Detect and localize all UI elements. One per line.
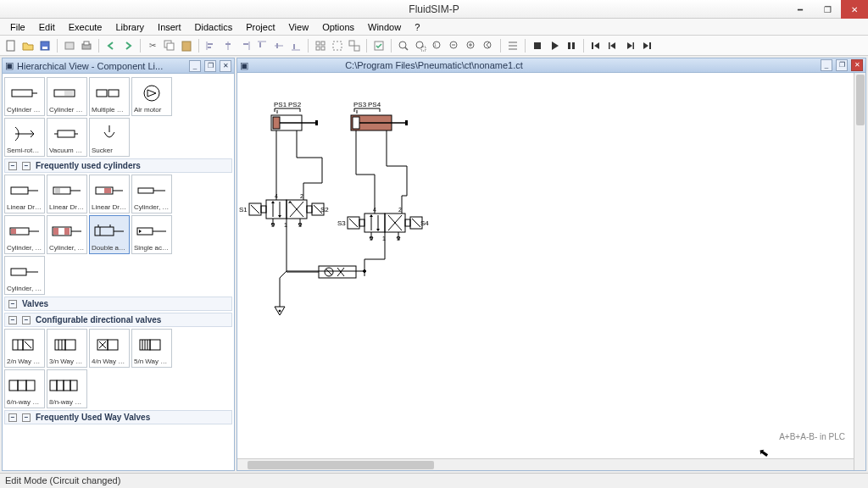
svg-rect-25 bbox=[321, 47, 325, 50]
menu-window[interactable]: Window bbox=[361, 20, 408, 34]
save-icon[interactable] bbox=[37, 38, 53, 53]
stop-icon[interactable] bbox=[530, 38, 545, 53]
menu-help[interactable]: ? bbox=[408, 20, 426, 34]
menu-insert[interactable]: Insert bbox=[151, 20, 188, 34]
component-item[interactable]: Semi-rotary ... bbox=[4, 118, 45, 157]
component-item[interactable]: 4/n Way V... bbox=[89, 329, 130, 368]
menu-file[interactable]: File bbox=[3, 20, 32, 34]
skip-start-icon[interactable] bbox=[588, 38, 604, 53]
panel-minimize-button[interactable]: _ bbox=[189, 60, 201, 72]
horizontal-scrollbar[interactable] bbox=[237, 458, 854, 470]
svg-rect-52 bbox=[12, 90, 32, 97]
section-header-conf-valves[interactable]: −−Configurable directional valves bbox=[4, 313, 232, 327]
section-header-valves[interactable]: −Valves bbox=[4, 297, 232, 311]
zoom-fit-icon[interactable] bbox=[396, 38, 411, 53]
component-item[interactable]: Cylinder, D... bbox=[47, 215, 87, 254]
component-item[interactable]: Single acti... bbox=[131, 215, 172, 254]
menu-edit[interactable]: Edit bbox=[32, 20, 62, 34]
sim-list-icon[interactable] bbox=[505, 38, 520, 53]
svg-rect-27 bbox=[349, 41, 354, 46]
group-icon[interactable] bbox=[330, 38, 345, 53]
zoom-out-icon[interactable] bbox=[447, 38, 462, 53]
grid-icon[interactable] bbox=[313, 38, 328, 53]
component-item[interactable]: Cylinder, Si... bbox=[4, 256, 45, 295]
new-icon[interactable] bbox=[3, 38, 19, 53]
menu-library[interactable]: Library bbox=[108, 20, 151, 34]
ungroup-icon[interactable] bbox=[347, 38, 362, 53]
valve-2[interactable]: S3 S4 42 bbox=[337, 207, 429, 246]
component-item-selected[interactable]: Double acti... bbox=[89, 215, 130, 254]
menu-project[interactable]: Project bbox=[239, 20, 281, 34]
valve-1[interactable]: S1 S2 42 bbox=[239, 193, 329, 232]
component-item[interactable]: Cylinder, D... bbox=[131, 175, 172, 214]
canvas-area[interactable]: PS1 PS2 bbox=[237, 73, 854, 458]
pause-icon[interactable] bbox=[564, 38, 579, 53]
check-icon[interactable] bbox=[371, 38, 387, 53]
undo-icon[interactable] bbox=[103, 38, 119, 53]
component-item[interactable]: Vacuum su... bbox=[47, 118, 87, 157]
svg-text:S1: S1 bbox=[239, 206, 248, 214]
component-item[interactable]: 5/n Way V... bbox=[131, 329, 172, 368]
svg-rect-51 bbox=[649, 42, 651, 49]
cylinder-2[interactable]: PS3 PS4 bbox=[351, 101, 408, 136]
svg-rect-50 bbox=[633, 42, 635, 49]
svg-rect-60 bbox=[58, 130, 75, 137]
align-middle-icon[interactable] bbox=[271, 38, 287, 53]
vertical-scrollbar[interactable] bbox=[854, 73, 865, 470]
zoom-in-icon[interactable] bbox=[464, 38, 479, 53]
play-icon[interactable] bbox=[547, 38, 562, 53]
redo-icon[interactable] bbox=[120, 38, 136, 53]
print-preview-icon[interactable] bbox=[62, 38, 77, 53]
doc-minimize-button[interactable]: _ bbox=[821, 59, 832, 71]
align-left-icon[interactable] bbox=[203, 38, 219, 53]
paste-icon[interactable] bbox=[179, 38, 194, 53]
menu-execute[interactable]: Execute bbox=[62, 20, 109, 34]
svg-rect-28 bbox=[354, 46, 359, 51]
open-icon[interactable] bbox=[20, 38, 36, 53]
menu-view[interactable]: View bbox=[281, 20, 315, 34]
zoom-prev-icon[interactable] bbox=[481, 38, 496, 53]
component-item[interactable]: 2/n Way V... bbox=[4, 329, 45, 368]
component-item[interactable]: Linear Drive... bbox=[89, 175, 130, 214]
minimize-button[interactable]: ━ bbox=[787, 0, 814, 19]
svg-rect-2 bbox=[42, 47, 47, 49]
close-button[interactable]: ✕ bbox=[841, 0, 868, 19]
doc-restore-button[interactable]: ❐ bbox=[836, 59, 848, 71]
print-icon[interactable] bbox=[79, 38, 94, 53]
align-top-icon[interactable] bbox=[254, 38, 270, 53]
cut-icon[interactable]: ✂ bbox=[145, 38, 160, 53]
menu-options[interactable]: Options bbox=[315, 20, 361, 34]
section-header-cylinders[interactable]: −−Frequently used cylinders bbox=[4, 158, 232, 173]
zoom-region-icon[interactable] bbox=[413, 38, 428, 53]
component-item[interactable]: 6/n-way dire... bbox=[4, 369, 45, 408]
section-header-freq-valves[interactable]: −−Frequently Used Way Valves bbox=[4, 410, 232, 424]
zoom-100-icon[interactable]: 1 bbox=[430, 38, 445, 53]
align-right-icon[interactable] bbox=[237, 38, 253, 53]
panel-restore-button[interactable]: ❐ bbox=[204, 60, 216, 72]
component-item[interactable]: Cylinder, do... bbox=[4, 215, 45, 254]
step-fwd-icon[interactable] bbox=[622, 38, 637, 53]
panel-close-button[interactable]: ✕ bbox=[220, 60, 231, 72]
step-back-icon[interactable] bbox=[605, 38, 620, 53]
svg-rect-79 bbox=[64, 228, 70, 235]
menu-didactics[interactable]: Didactics bbox=[188, 20, 240, 34]
component-item[interactable]: 3/n Way V... bbox=[47, 329, 87, 368]
library-body[interactable]: Cylinder wit... Cylinder wit... Multiple… bbox=[3, 74, 234, 470]
component-item[interactable]: Linear Drive... bbox=[4, 175, 45, 214]
component-item[interactable]: Multiple Pos... bbox=[89, 77, 130, 116]
maximize-button[interactable]: ❐ bbox=[814, 0, 841, 19]
cylinder-1[interactable]: PS1 PS2 bbox=[271, 101, 318, 136]
component-item[interactable]: Linear Drive... bbox=[47, 175, 87, 214]
component-item[interactable]: Cylinder wit... bbox=[4, 77, 45, 116]
svg-rect-135 bbox=[405, 120, 408, 125]
align-center-h-icon[interactable] bbox=[220, 38, 236, 53]
copy-icon[interactable] bbox=[162, 38, 177, 53]
component-item[interactable]: Sucker bbox=[89, 118, 130, 157]
align-bottom-icon[interactable] bbox=[288, 38, 303, 53]
component-item[interactable]: 8/n-way dire... bbox=[47, 369, 87, 408]
svg-rect-67 bbox=[55, 188, 60, 193]
doc-close-button[interactable]: ✕ bbox=[851, 59, 863, 71]
component-item[interactable]: Air motor bbox=[131, 77, 172, 116]
skip-end-icon[interactable] bbox=[639, 38, 654, 53]
component-item[interactable]: Cylinder wit... bbox=[47, 77, 87, 116]
